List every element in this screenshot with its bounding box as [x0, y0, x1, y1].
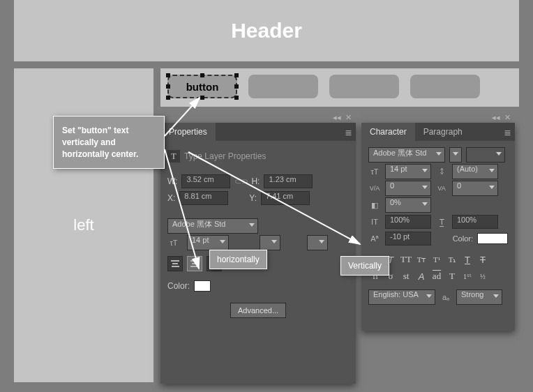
tracking-select[interactable]: 0 — [452, 181, 498, 196]
scale-icon: ◧ — [368, 201, 381, 210]
tooltip-vertically: Vertically — [340, 256, 389, 276]
left-label: left — [73, 216, 93, 234]
resize-handle[interactable] — [200, 96, 204, 100]
chevron-down-icon — [220, 240, 225, 243]
resize-handle[interactable] — [166, 73, 170, 77]
y-input[interactable]: 7.41 cm — [261, 191, 310, 205]
subscript-button[interactable]: T₁ — [445, 253, 459, 266]
tab-properties[interactable]: Properties — [160, 123, 216, 141]
strikethrough-button[interactable]: T — [476, 253, 490, 266]
font-family-select[interactable]: Adobe 黑体 Std — [368, 147, 445, 163]
leading-icon: 🡙 — [435, 167, 448, 176]
aux-select[interactable] — [307, 235, 328, 250]
y-label: Y: — [249, 193, 257, 203]
font-size-icon: τT — [167, 239, 180, 247]
panel-menu-icon[interactable]: ≡ — [504, 127, 511, 140]
chevron-down-icon — [422, 169, 428, 172]
character-panel: ◂◂ ✕ Character Paragraph ≡ Adobe 黑体 Std … — [361, 123, 515, 331]
resize-handle[interactable] — [200, 73, 204, 77]
panel-menu-icon[interactable]: ≡ — [345, 127, 352, 140]
selected-button[interactable]: button — [167, 75, 237, 98]
tab-paragraph[interactable]: Paragraph — [415, 123, 471, 141]
h-label: H: — [251, 176, 260, 186]
leading-select[interactable]: (Auto) — [452, 164, 498, 179]
collapse-icon[interactable]: ◂◂ — [333, 113, 341, 122]
chevron-down-icon — [453, 152, 458, 156]
panel-controls: ◂◂ ✕ — [333, 113, 352, 122]
pct-select[interactable]: 0% — [385, 197, 431, 213]
w-label: W: — [167, 176, 177, 186]
resize-handle[interactable] — [234, 84, 239, 89]
tab-character[interactable]: Character — [361, 123, 415, 141]
button-placeholder[interactable] — [248, 75, 318, 98]
baseline-input[interactable]: -10 pt — [385, 232, 431, 246]
hscale-icon: T̲ — [435, 218, 448, 227]
type-icon: T — [167, 150, 180, 163]
x-label: X: — [167, 193, 175, 203]
contextual-button[interactable]: T — [445, 270, 459, 282]
language-select[interactable]: English: USA — [368, 289, 435, 305]
button-placeholder[interactable] — [329, 75, 399, 98]
chevron-down-icon — [426, 294, 432, 298]
font-style-select[interactable] — [449, 147, 462, 163]
close-icon[interactable]: ✕ — [345, 113, 352, 122]
baseline-shift-icon: Aª — [368, 234, 381, 243]
va-icon: V/A — [368, 185, 381, 192]
smallcaps-button[interactable]: Tᴛ — [414, 253, 428, 266]
align-left-button[interactable] — [167, 256, 183, 271]
chevron-down-icon — [422, 202, 428, 206]
hscale-input[interactable]: 100% — [452, 215, 498, 229]
page-header: Header — [14, 0, 519, 61]
vscale-input[interactable]: 100% — [385, 215, 431, 229]
color-label: Color: — [167, 281, 190, 291]
color-label: Color: — [435, 234, 473, 243]
link-wh-icon[interactable]: ⊂⊃ — [234, 176, 247, 186]
chevron-down-icon — [489, 169, 495, 172]
font-size-select[interactable]: 14 pt — [187, 235, 229, 250]
text-color-swatch[interactable] — [477, 233, 508, 244]
vscale-icon: IT — [368, 218, 381, 226]
tracking-icon: VA — [435, 185, 448, 192]
callout-text: Set "button" text vertically and horizon… — [62, 126, 138, 159]
resize-handle[interactable] — [234, 96, 239, 100]
selected-button-text: button — [186, 81, 219, 93]
text-color-swatch[interactable] — [194, 280, 211, 292]
chevron-down-icon — [436, 152, 442, 156]
width-input[interactable]: 3.52 cm — [181, 174, 230, 188]
font-style-value[interactable] — [466, 147, 505, 163]
stylistic-button[interactable]: st — [399, 270, 413, 282]
superscript-button[interactable]: T¹ — [430, 253, 444, 266]
x-input[interactable]: 8.81 cm — [179, 191, 228, 205]
section-title: Type Layer Properties — [184, 151, 266, 161]
resize-handle[interactable] — [166, 84, 170, 89]
button-placeholder[interactable] — [410, 75, 480, 98]
align-center-button[interactable] — [187, 256, 202, 271]
antialias-select[interactable]: Strong — [456, 289, 502, 305]
font-size-select[interactable]: 14 pt — [385, 164, 431, 179]
close-icon[interactable]: ✕ — [504, 113, 511, 122]
tracking-select[interactable] — [260, 235, 280, 250]
chevron-down-icon — [271, 240, 277, 243]
button-strip: button — [160, 68, 519, 107]
collapse-icon[interactable]: ◂◂ — [492, 113, 500, 122]
titling-button[interactable]: ad — [430, 270, 444, 282]
resize-handle[interactable] — [234, 73, 239, 77]
swash-button[interactable]: A — [414, 270, 428, 282]
chevron-down-icon — [422, 186, 428, 189]
resize-handle[interactable] — [166, 96, 170, 100]
allcaps-button[interactable]: TT — [399, 253, 413, 266]
chevron-down-icon — [319, 240, 324, 243]
chevron-down-icon — [249, 223, 255, 227]
underline-button[interactable]: T — [460, 253, 474, 266]
advanced-button[interactable]: Advanced... — [230, 303, 286, 318]
panel-controls: ◂◂ ✕ — [492, 113, 511, 122]
chevron-down-icon — [489, 186, 495, 189]
ordinal-button[interactable]: 1ˢᵗ — [460, 270, 474, 282]
fractions-button[interactable]: ½ — [476, 270, 490, 282]
header-title: Header — [231, 19, 302, 43]
kerning-select[interactable]: 0 — [385, 181, 431, 196]
height-input[interactable]: 1.23 cm — [264, 174, 313, 188]
chevron-down-icon — [493, 294, 499, 298]
font-family-select[interactable]: Adobe 黑体 Std — [167, 218, 258, 234]
instruction-callout: Set "button" text vertically and horizon… — [53, 116, 165, 169]
